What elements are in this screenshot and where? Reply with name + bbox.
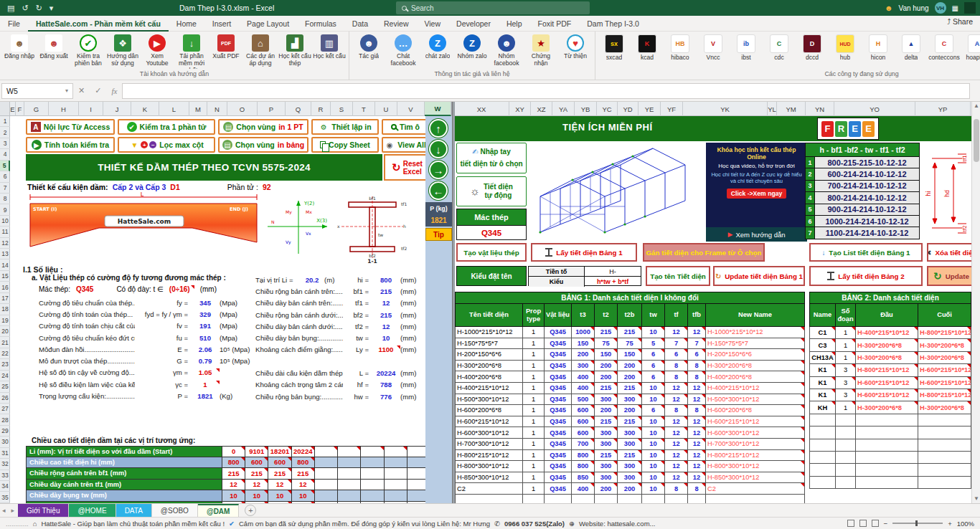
sheet-tab-@SOBO[interactable]: @SOBO: [152, 504, 198, 518]
position-cell[interactable]: [407, 480, 425, 491]
ribbon-button-facebook-group[interactable]: ☻Nhóm facebook: [490, 33, 523, 67]
ribbon-button-projects[interactable]: ⌂Các dự án áp dụng: [244, 33, 277, 67]
bang1-cell[interactable]: 8: [665, 405, 688, 416]
bang1-cell[interactable]: 300: [595, 439, 618, 450]
bang1-cell[interactable]: H-1000*215*10*12: [706, 327, 805, 338]
ribbon-button-logo-hub[interactable]: HUDhub: [829, 33, 861, 62]
toolbar-button-check[interactable]: ✔Kiểm tra 1 phần tử: [118, 119, 215, 135]
bang1-cell[interactable]: H-600*215*10*12: [706, 416, 805, 428]
bang1-cell[interactable]: H-150*75*5*7: [455, 338, 523, 350]
section-list-value[interactable]: 1100-214-214-10-12-12: [815, 227, 920, 239]
enter-icon[interactable]: ✓: [95, 86, 101, 95]
bang2-cell[interactable]: [856, 452, 918, 464]
bang1-cell[interactable]: 12: [665, 450, 688, 462]
toolbar-button-search[interactable]: Tìm ô: [382, 119, 425, 135]
bang1-cell[interactable]: C2: [706, 483, 805, 495]
bang2-cell[interactable]: H-300*200*6*8: [856, 352, 918, 364]
bang1-cell[interactable]: 12: [688, 416, 706, 428]
bang1-cell[interactable]: 12: [665, 394, 688, 406]
row-header-18[interactable]: 18: [0, 304, 10, 315]
bang1-cell[interactable]: [688, 495, 706, 503]
position-cell[interactable]: 800: [222, 457, 245, 469]
bang1-cell[interactable]: 12: [688, 427, 706, 439]
ribbon-button-steel-course[interactable]: ▟Học kết cấu thép: [278, 33, 311, 67]
sheet-nav-right-icon[interactable]: ▸: [11, 507, 15, 514]
bang1-cell[interactable]: Q345: [545, 472, 572, 484]
row-header-4[interactable]: 4: [0, 149, 10, 160]
mat-right-value-3[interactable]: 215: [372, 311, 400, 319]
bang1-cell[interactable]: 150: [572, 338, 595, 350]
mat-left-value-2[interactable]: 191: [191, 322, 220, 330]
bang2-cell[interactable]: [809, 477, 836, 489]
bang2-cell[interactable]: [809, 452, 836, 464]
column-header-YB[interactable]: YB: [575, 102, 597, 116]
ribbon-tab[interactable]: HatteSale.com - Phần mềm kết cấu: [28, 16, 169, 32]
column-header-XZ[interactable]: XZ: [531, 102, 552, 116]
column-header-YE[interactable]: YE: [639, 102, 661, 116]
row-header-7[interactable]: 7: [0, 183, 10, 194]
bang1-cell[interactable]: 300: [595, 461, 618, 472]
toolbar-button-filter[interactable]: ▼+−Lọc max cột: [118, 137, 215, 153]
mat-left-value-4[interactable]: 2.06: [191, 345, 220, 353]
bang1-cell[interactable]: 6: [642, 349, 665, 361]
position-cell[interactable]: [361, 490, 384, 502]
bang1-cell[interactable]: Q345: [545, 483, 572, 495]
bang1-cell[interactable]: [572, 495, 595, 503]
bang1-cell[interactable]: H-300*200*6*8: [455, 361, 523, 372]
manual-section-button[interactable]: ✍ Nhập tay tiết diện từ ô chọn: [456, 143, 527, 173]
bang2-cell[interactable]: CH13A: [809, 352, 836, 364]
bang2-cell[interactable]: K1: [809, 364, 836, 376]
scrollbar-thumb[interactable]: [974, 119, 979, 162]
bang1-cell[interactable]: 215: [618, 327, 642, 338]
row-header-27[interactable]: 27: [0, 404, 10, 414]
bang1-cell[interactable]: 8: [688, 361, 706, 372]
bang1-cell[interactable]: Q345: [545, 338, 572, 350]
bang1-cell[interactable]: 12: [688, 472, 706, 484]
bang1-cell[interactable]: 12: [665, 461, 688, 472]
mat-right-value-2[interactable]: 12: [372, 299, 400, 307]
reset-excel-button[interactable]: ↻ ResetExcel: [384, 154, 425, 181]
bang1-cell[interactable]: Q345: [545, 439, 572, 450]
row-header-2[interactable]: 2: [0, 127, 10, 138]
bang1-cell[interactable]: 300: [595, 427, 618, 439]
bang1-cell[interactable]: 400: [572, 371, 595, 383]
row-header-1[interactable]: 1: [0, 116, 10, 127]
bang1-cell[interactable]: 12: [665, 439, 688, 450]
bang2-cell[interactable]: [856, 439, 918, 452]
bang2-cell[interactable]: K1: [809, 389, 836, 401]
toolbar-button-copy[interactable]: Copy Sheet: [311, 137, 379, 153]
position-cell[interactable]: [407, 457, 425, 469]
section-list-value[interactable]: 800-214-214-10-12-12: [815, 192, 920, 204]
position-cell[interactable]: 12: [268, 480, 291, 491]
name-box[interactable]: W5▾: [1, 83, 73, 99]
bang1-cell[interactable]: 800: [572, 461, 595, 472]
position-cell[interactable]: [385, 490, 407, 502]
column-header-YO[interactable]: YO: [834, 102, 915, 116]
save-icon[interactable]: ▤: [7, 4, 14, 13]
mat-left-value-5[interactable]: 0.79: [191, 357, 220, 365]
section-list-value[interactable]: 800-215-215-10-12-12: [815, 157, 920, 168]
mat-right-value-0[interactable]: 800: [372, 276, 400, 284]
ribbon-button-youtube[interactable]: ▶Xem Youtube: [141, 33, 174, 67]
bang1-cell[interactable]: 600: [572, 416, 595, 428]
bang1-cell[interactable]: 7: [665, 338, 688, 350]
row-header-5[interactable]: 5: [0, 161, 10, 171]
row-header-10[interactable]: 10: [0, 216, 10, 227]
bang1-cell[interactable]: 215: [595, 450, 618, 462]
ribbon-tab[interactable]: Developer: [448, 16, 499, 32]
bang1-cell[interactable]: Q345: [545, 461, 572, 472]
nav-arrow-2-button[interactable]: →: [429, 161, 448, 179]
position-cell[interactable]: 215: [222, 468, 245, 480]
row-header-31[interactable]: 31: [0, 448, 10, 459]
cancel-icon[interactable]: ✕: [78, 86, 85, 95]
ribbon-display-icon[interactable]: ▦: [952, 4, 958, 12]
toolbar-button-printer[interactable]: ▤Chọn vùng in bảng: [218, 137, 308, 153]
row-header-17[interactable]: 17: [0, 293, 10, 304]
bang1-cell[interactable]: 600: [572, 427, 595, 439]
ribbon-button-logo-hicon[interactable]: Hhicon: [862, 33, 894, 62]
prefix-value[interactable]: H-: [585, 267, 641, 277]
position-cell[interactable]: 800: [292, 457, 315, 469]
bang1-cell[interactable]: 8: [665, 483, 688, 495]
bang1-cell[interactable]: H-200*150*6*6: [706, 349, 805, 361]
bang1-cell[interactable]: H-700*300*10*12: [706, 439, 805, 450]
